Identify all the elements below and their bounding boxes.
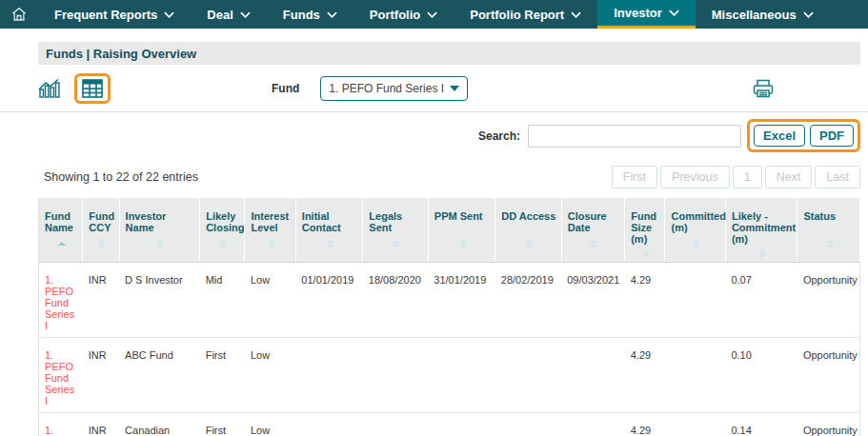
sort-icon xyxy=(590,239,597,248)
chevron-down-icon xyxy=(803,11,814,18)
col-header-fund-name[interactable]: Fund Name xyxy=(39,199,83,263)
nav-miscellaneous[interactable]: Miscellaneous xyxy=(696,0,830,29)
table-view-highlight xyxy=(74,73,111,104)
fund-select-value: 1. PEFO Fund Series I xyxy=(329,82,450,95)
cell-dd-access xyxy=(495,338,561,413)
fund-name-link[interactable]: 1. PEFO Fund Series I xyxy=(45,425,74,436)
breadcrumb-bar: Funds | Raising Overview xyxy=(38,42,860,65)
cell-likely-commitment: 0.14 xyxy=(725,413,797,436)
export-buttons-highlight: Excel PDF xyxy=(747,119,860,152)
cell-legals-sent: 18/08/2020 xyxy=(363,263,428,338)
sort-icon xyxy=(58,239,66,248)
sort-icon xyxy=(268,239,275,248)
sort-icon xyxy=(526,239,534,248)
col-header-interest-level[interactable]: Interest Level xyxy=(245,199,295,263)
pagination-next[interactable]: Next xyxy=(765,166,813,188)
col-header-likely-closing[interactable]: Likely Closing xyxy=(200,199,245,263)
chevron-down-icon xyxy=(669,10,679,16)
search-input[interactable] xyxy=(528,125,741,148)
sort-icon xyxy=(459,239,467,248)
cell-interest-level: Low xyxy=(245,413,295,436)
chevron-down-icon xyxy=(240,11,251,18)
cell-interest-level: Low xyxy=(245,338,295,413)
bar-chart-icon xyxy=(38,78,61,99)
col-header-likely-commitment[interactable]: Likely - Commitment (m) xyxy=(725,199,797,263)
cell-closure-date xyxy=(561,413,624,436)
sort-icon xyxy=(693,239,700,248)
print-icon xyxy=(752,78,775,99)
col-header-dd-access[interactable]: DD Access xyxy=(495,199,561,263)
cell-status: Opportunity xyxy=(797,413,860,436)
cell-investor-name: D S Investor xyxy=(119,263,200,338)
entries-summary: Showing 1 to 22 of 22 entries xyxy=(38,170,198,184)
cell-fund-ccy: INR xyxy=(83,263,119,338)
toolbar: Fund 1. PEFO Fund Series I xyxy=(38,65,860,111)
table-row: 1. PEFO Fund Series I INR ABC Fund First… xyxy=(39,338,860,413)
sort-icon xyxy=(219,239,227,248)
fund-name-link[interactable]: 1. PEFO Fund Series I xyxy=(45,349,74,406)
col-header-ppm-sent[interactable]: PPM Sent xyxy=(428,199,495,263)
col-header-legals-sent[interactable]: Legals Sent xyxy=(363,199,428,263)
chevron-down-icon xyxy=(164,11,174,18)
pagination-last[interactable]: Last xyxy=(815,166,860,188)
sort-icon xyxy=(156,239,164,248)
col-header-closure-date[interactable]: Closure Date xyxy=(561,199,624,263)
cell-fund-ccy: INR xyxy=(83,338,119,413)
cell-ppm-sent: 31/01/2019 xyxy=(428,263,495,338)
cell-committed xyxy=(665,413,725,436)
cell-fund-size: 4.29 xyxy=(625,338,665,413)
top-navigation: Frequent Reports Deal Funds Portfolio Po… xyxy=(0,0,868,29)
table-view-button[interactable] xyxy=(82,79,103,98)
nav-funds[interactable]: Funds xyxy=(267,0,353,29)
cell-interest-level: Low xyxy=(245,263,295,338)
cell-status: Opportunity xyxy=(797,338,860,413)
col-header-fund-size[interactable]: Fund Size (m) xyxy=(625,199,665,263)
home-icon[interactable] xyxy=(0,0,38,29)
fund-select[interactable]: 1. PEFO Fund Series I xyxy=(320,76,468,101)
bar-chart-view-button[interactable] xyxy=(38,78,61,99)
nav-portfolio[interactable]: Portfolio xyxy=(353,0,454,29)
cell-ppm-sent xyxy=(428,338,495,413)
pdf-export-button[interactable]: PDF xyxy=(810,125,854,147)
table-view-icon xyxy=(82,79,103,98)
search-row: Search: Excel PDF xyxy=(38,112,860,158)
cell-likely-commitment: 0.10 xyxy=(725,338,797,413)
breadcrumb: Funds | Raising Overview xyxy=(46,47,196,61)
pagination-first[interactable]: First xyxy=(612,166,657,188)
pagination-previous[interactable]: Previous xyxy=(660,166,730,188)
search-label: Search: xyxy=(478,129,520,143)
col-header-committed[interactable]: Committed (m) xyxy=(665,199,725,263)
nav-portfolio-report[interactable]: Portfolio Report xyxy=(454,0,597,29)
nav-investor[interactable]: Investor xyxy=(597,0,696,29)
dropdown-arrow-icon xyxy=(450,86,459,91)
cell-investor-name: ABC Fund xyxy=(119,338,200,413)
table-row: 1. PEFO Fund Series I INR Canadian Pensi… xyxy=(39,413,860,436)
cell-investor-name: Canadian Pension Fund xyxy=(119,413,200,436)
print-button[interactable] xyxy=(752,78,775,99)
col-header-initial-contact[interactable]: Initial Contact xyxy=(295,199,362,263)
cell-closure-date xyxy=(561,338,624,413)
table-row: 1. PEFO Fund Series I INR D S Investor M… xyxy=(39,263,860,338)
table-info-row: Showing 1 to 22 of 22 entries First Prev… xyxy=(38,166,860,188)
col-header-status[interactable]: Status xyxy=(797,199,860,263)
pagination: First Previous 1 Next Last xyxy=(612,166,860,188)
excel-export-button[interactable]: Excel xyxy=(754,125,805,147)
cell-committed xyxy=(665,263,725,338)
cell-legals-sent xyxy=(363,338,428,413)
cell-legals-sent xyxy=(363,413,428,436)
fund-name-link[interactable]: 1. PEFO Fund Series I xyxy=(45,274,74,331)
cell-initial-contact xyxy=(295,338,362,413)
pagination-page-1[interactable]: 1 xyxy=(733,166,762,188)
sort-icon xyxy=(642,248,650,258)
cell-likely-commitment: 0.07 xyxy=(725,263,797,338)
nav-deal[interactable]: Deal xyxy=(191,0,266,29)
cell-initial-contact: 01/01/2019 xyxy=(295,263,362,338)
col-header-fund-ccy[interactable]: Fund CCY xyxy=(83,199,119,263)
cell-initial-contact xyxy=(295,413,362,436)
sort-icon xyxy=(826,239,834,248)
col-header-investor-name[interactable]: Investor Name xyxy=(119,199,200,263)
sort-icon xyxy=(393,239,400,248)
nav-frequent-reports[interactable]: Frequent Reports xyxy=(38,0,191,29)
cell-fund-ccy: INR xyxy=(83,413,119,436)
cell-committed xyxy=(665,338,725,413)
